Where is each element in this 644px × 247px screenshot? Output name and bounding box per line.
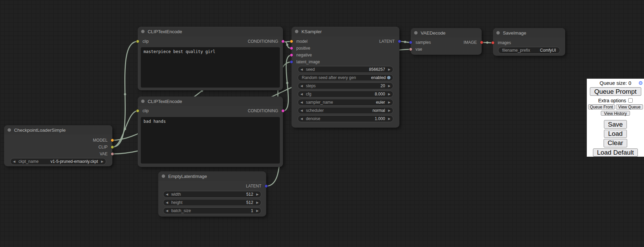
- widget-seed[interactable]: ◀ seed 8566257 ▶: [298, 66, 393, 73]
- port-conditioning-output[interactable]: [281, 109, 285, 113]
- widget-value: ComfyUI: [540, 48, 556, 53]
- save-button[interactable]: Save: [604, 120, 627, 128]
- decrement-icon[interactable]: ◀: [300, 66, 303, 73]
- node-checkpoint-loader-simple[interactable]: CheckpointLoaderSimple MODEL CLIP VAE ◀ …: [4, 125, 112, 166]
- decrement-icon[interactable]: ◀: [166, 191, 168, 198]
- node-title-bar[interactable]: CLIPTextEncode: [138, 27, 283, 36]
- port-clip-output[interactable]: [111, 145, 114, 149]
- widget-width[interactable]: ◀ width 512 ▶: [163, 191, 261, 198]
- node-title-bar[interactable]: VAEDecode: [411, 28, 482, 38]
- graph-canvas[interactable]: { "colors": { "canvas_bg": "#212121", "n…: [0, 0, 644, 247]
- decrement-icon[interactable]: ◀: [300, 91, 303, 98]
- port-latent-output[interactable]: [398, 40, 401, 43]
- increment-icon[interactable]: ▶: [388, 82, 391, 89]
- link-midpoint-dot: [286, 44, 288, 46]
- link-midpoint-dot: [404, 41, 406, 43]
- increment-icon[interactable]: ▶: [256, 207, 259, 214]
- node-title-bar[interactable]: KSampler: [292, 27, 399, 36]
- node-empty-latent-image[interactable]: EmptyLatentImage LATENT ◀ width 512 ▶ ◀ …: [158, 171, 266, 217]
- node-title-bar[interactable]: CheckpointLoaderSimple: [4, 125, 112, 135]
- node-title-bar[interactable]: CLIPTextEncode: [138, 96, 283, 106]
- port-images-input[interactable]: [491, 41, 495, 44]
- widget-sampler-name[interactable]: ◀ sampler_name euler ▶: [298, 99, 393, 106]
- node-title: CLIPTextEncode: [148, 29, 182, 34]
- port-positive-input[interactable]: [290, 47, 293, 50]
- port-clip-input[interactable]: [136, 40, 139, 43]
- view-queue-button[interactable]: View Queue: [616, 104, 643, 109]
- increment-icon[interactable]: ▶: [256, 191, 259, 198]
- increment-icon[interactable]: ▶: [388, 107, 391, 114]
- view-history-button[interactable]: View History: [601, 111, 630, 116]
- settings-gear-icon[interactable]: ⚙: [639, 80, 643, 87]
- node-vae-decode[interactable]: VAEDecode samples vae IMAGE: [411, 28, 482, 55]
- widget-denoise[interactable]: ◀ denoise 1.000 ▶: [298, 115, 393, 122]
- slot-label: images: [498, 40, 511, 45]
- port-model-output[interactable]: [111, 139, 114, 142]
- slot-label: model: [296, 39, 308, 44]
- slot-label: positive: [296, 46, 310, 51]
- output-slot-vae: VAE: [100, 151, 112, 157]
- port-vae-input[interactable]: [409, 48, 412, 51]
- port-negative-input[interactable]: [290, 53, 293, 57]
- widget-scheduler[interactable]: ◀ scheduler normal ▶: [298, 107, 393, 114]
- load-button[interactable]: Load: [604, 130, 627, 138]
- node-clip-text-encode-positive[interactable]: CLIPTextEncode clip CONDITIONING masterp…: [138, 27, 283, 90]
- positive-prompt-textarea[interactable]: masterpiece best quality girl: [141, 47, 280, 88]
- slot-label: latent_image: [296, 60, 320, 64]
- load-default-button[interactable]: Load Default: [593, 148, 638, 157]
- widget-ckpt-name[interactable]: ◀ ckpt_name v1-5-pruned-emaonly.ckpt ▶: [10, 158, 106, 165]
- node-title: VAEDecode: [421, 30, 446, 36]
- port-latent-image-input[interactable]: [290, 60, 293, 64]
- slot-label: MODEL: [93, 138, 108, 143]
- node-title-bar[interactable]: SaveImage: [493, 28, 565, 38]
- port-image-output[interactable]: [480, 41, 483, 44]
- negative-prompt-textarea[interactable]: bad hands: [141, 117, 280, 164]
- widget-random-seed-toggle[interactable]: Random seed after every gen enabled: [298, 74, 393, 81]
- increment-icon[interactable]: ▶: [101, 158, 103, 165]
- node-clip-text-encode-negative[interactable]: CLIPTextEncode clip CONDITIONING bad han…: [138, 96, 283, 167]
- decrement-icon[interactable]: ◀: [300, 82, 303, 89]
- port-clip-input[interactable]: [136, 109, 139, 113]
- queue-front-button[interactable]: Queue Front: [588, 104, 615, 109]
- slot-label: negative: [296, 53, 312, 57]
- slot-label: CONDITIONING: [248, 39, 278, 44]
- widget-label: filename_prefix: [502, 48, 530, 53]
- decrement-icon[interactable]: ◀: [300, 115, 303, 122]
- node-save-image[interactable]: SaveImage images filename_prefix ComfyUI: [493, 28, 565, 56]
- widget-value: 1: [251, 208, 253, 213]
- port-latent-output[interactable]: [264, 184, 268, 188]
- increment-icon[interactable]: ▶: [388, 99, 391, 106]
- widget-steps[interactable]: ◀ steps 20 ▶: [298, 82, 393, 89]
- widget-filename-prefix[interactable]: filename_prefix ComfyUI: [498, 47, 560, 54]
- node-ksampler[interactable]: KSampler model positive negative latent_…: [292, 27, 399, 128]
- increment-icon[interactable]: ▶: [388, 115, 391, 122]
- clear-button[interactable]: Clear: [604, 139, 627, 147]
- extra-options-checkbox[interactable]: [628, 98, 633, 103]
- increment-icon[interactable]: ▶: [388, 91, 391, 98]
- decrement-icon[interactable]: ◀: [166, 207, 168, 214]
- toggle-on-indicator-icon[interactable]: [387, 76, 391, 79]
- widget-cfg[interactable]: ◀ cfg 8.000 ▶: [298, 91, 393, 98]
- port-vae-output[interactable]: [111, 152, 114, 156]
- decrement-icon[interactable]: ◀: [300, 99, 303, 106]
- port-samples-input[interactable]: [409, 41, 412, 44]
- slot-label: CONDITIONING: [248, 108, 278, 113]
- port-model-input[interactable]: [290, 40, 293, 43]
- widget-value: 1.000: [375, 116, 385, 121]
- decrement-icon[interactable]: ◀: [300, 107, 303, 114]
- widget-height[interactable]: ◀ height 512 ▶: [163, 199, 261, 206]
- widget-label: denoise: [306, 116, 320, 121]
- widget-value: 20: [381, 83, 385, 88]
- queue-prompt-button[interactable]: Queue Prompt: [590, 87, 641, 96]
- decrement-icon[interactable]: ◀: [13, 158, 15, 165]
- node-title-bar[interactable]: EmptyLatentImage: [158, 171, 266, 181]
- decrement-icon[interactable]: ◀: [166, 199, 168, 206]
- widget-batch-size[interactable]: ◀ batch_size 1 ▶: [163, 207, 261, 214]
- increment-icon[interactable]: ▶: [388, 66, 391, 73]
- node-title: SaveImage: [503, 30, 526, 36]
- input-slot-samples: samples: [411, 39, 431, 46]
- output-slot-latent: LATENT: [246, 183, 266, 190]
- node-status-dot-icon: [8, 128, 11, 132]
- increment-icon[interactable]: ▶: [256, 199, 259, 206]
- port-conditioning-output[interactable]: [281, 40, 285, 43]
